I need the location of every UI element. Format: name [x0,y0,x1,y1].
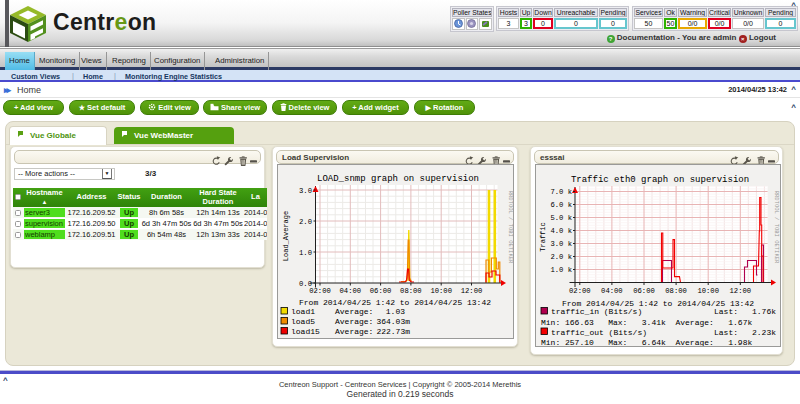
svg-text:traffic_out (Bits/s): traffic_out (Bits/s) [551,328,647,337]
svg-text:08:00: 08:00 [400,287,422,295]
svg-text:5.0 k: 5.0 k [550,214,572,222]
svg-text:RRDTOOL / TOBI OETIKER: RRDTOOL / TOBI OETIKER [773,191,780,264]
svg-text:1.0: 1.0 [299,249,312,257]
svg-text:2.0: 2.0 [299,218,312,226]
svg-text:Min: 166.63 Max: 3.41k Av: Min: 166.63 Max: 3.41k Average: 1.67k [541,318,752,327]
svg-text:traffic_in (Bits/s): traffic_in (Bits/s) [551,307,642,316]
svg-text:2.0 k: 2.0 k [550,253,572,261]
svg-text:Traffic: Traffic [539,222,547,251]
svg-text:4.0 k: 4.0 k [550,227,572,235]
svg-text:Load_Average: Load_Average [282,211,290,261]
svg-text:Average:: Average: [335,327,373,336]
svg-text:From 2014/04/25 1:42 to 2014/0: From 2014/04/25 1:42 to 2014/04/25 13:42 [299,298,491,307]
svg-text:load15: load15 [291,327,320,336]
svg-text:10:00: 10:00 [697,287,719,295]
svg-text:load1: load1 [291,307,315,316]
svg-text:2.23k: 2.23k [752,328,776,337]
svg-text:3.0: 3.0 [299,187,312,195]
svg-text:Average:: Average: [335,317,373,326]
svg-text:06:00: 06:00 [633,287,655,295]
svg-text:06:00: 06:00 [370,287,392,295]
svg-text:10:00: 10:00 [430,287,452,295]
svg-text:Min: 257.10 Max: 6.64k Av: Min: 257.10 Max: 6.64k Average: 1.98k [541,338,752,346]
svg-text:Last:: Last: [714,307,738,316]
svg-text:Last:: Last: [714,328,738,337]
svg-text:04:00: 04:00 [601,287,623,295]
svg-text:7.0 k: 7.0 k [550,188,572,196]
svg-text:12:00: 12:00 [730,287,752,295]
svg-text:1.76k: 1.76k [752,307,776,316]
svg-text:364.03m: 364.03m [376,317,410,326]
svg-text:1.0 k: 1.0 k [550,266,572,274]
svg-text:6.0 k: 6.0 k [550,201,572,209]
svg-text:Average:: Average: [335,307,373,316]
svg-text:load5: load5 [291,317,315,326]
svg-text:LOAD_snmp graph on supervision: LOAD_snmp graph on supervision [317,174,479,184]
svg-text:12:00: 12:00 [461,287,483,295]
svg-text:1.03: 1.03 [386,307,405,316]
svg-text:08:00: 08:00 [665,287,687,295]
svg-text:3.0 k: 3.0 k [550,240,572,248]
svg-text:02:00: 02:00 [309,287,331,295]
svg-text:Traffic eth0 graph on supervis: Traffic eth0 graph on supervision [571,175,749,185]
svg-text:04:00: 04:00 [340,287,362,295]
svg-text:02:00: 02:00 [569,287,591,295]
svg-text:RRDTOOL / TOBI OETIKER: RRDTOOL / TOBI OETIKER [507,191,513,264]
svg-text:222.73m: 222.73m [376,327,410,336]
